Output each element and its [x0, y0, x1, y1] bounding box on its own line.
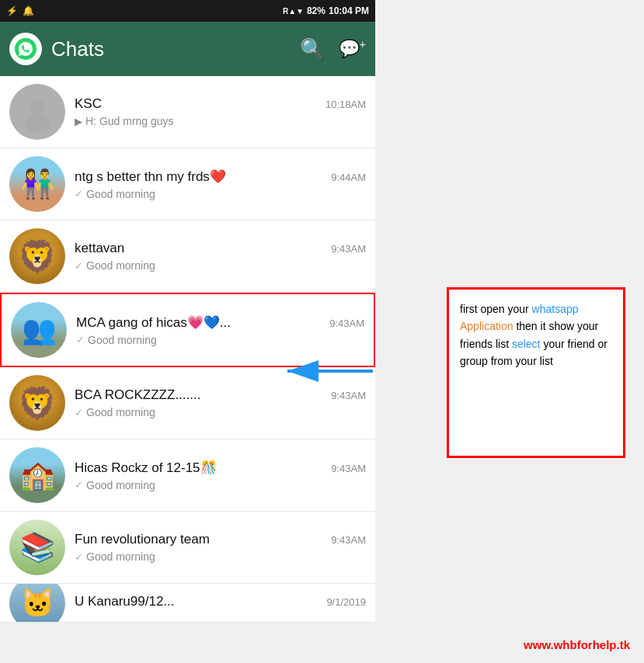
time-text: 10:04 PM: [329, 5, 369, 16]
chat-time-mca-gang: 9:43AM: [329, 318, 364, 329]
chat-item-bca-rockz[interactable]: BCA ROCKZZZZ....... 9:43AM ✓ Good mornin…: [0, 367, 375, 439]
check-icon-ntg: ✓: [75, 188, 83, 200]
check-icon-fun-revolutionary: ✓: [75, 551, 83, 563]
chat-content-hicas-rockz: Hicas Rockz of 12-15🎊 9:43AM ✓ Good morn…: [75, 460, 366, 491]
avatar-kettavan: [9, 228, 65, 284]
chat-top-row-ntg: ntg s better thn my frds❤️ 9:44AM: [75, 168, 366, 185]
chat-content-ntg: ntg s better thn my frds❤️ 9:44AM ✓ Good…: [75, 168, 366, 200]
website-text: www.whbforhelp.tk: [524, 638, 630, 652]
chat-item-ksc[interactable]: KSC 10:18AM ▶ H: Gud mrng guys: [0, 76, 375, 148]
annotation-select: select: [512, 338, 543, 350]
chat-item-u-kanaru[interactable]: U Kanaru99/12... 9/1/2019: [0, 584, 375, 623]
chat-content-bca-rockz: BCA ROCKZZZZ....... 9:43AM ✓ Good mornin…: [75, 387, 366, 418]
chat-preview-fun-revolutionary: ✓ Good morning: [75, 550, 366, 563]
chat-preview-ksc: ▶ H: Gud mrng guys: [75, 115, 366, 127]
chat-time-bca-rockz: 9:43AM: [331, 390, 366, 401]
chat-time-hicas-rockz: 9:43AM: [331, 463, 366, 474]
chat-time-ksc: 10:18AM: [325, 99, 366, 110]
preview-text-bca-rockz: Good morning: [86, 406, 155, 418]
chat-top-row-mca-gang: MCA gang of hicas💗💙... 9:43AM: [76, 314, 364, 331]
chat-preview-mca-gang: ✓ Good morning: [76, 334, 364, 346]
chat-content-fun-revolutionary: Fun revolutionary team 9:43AM ✓ Good mor…: [75, 532, 366, 563]
check-icon-hicas-rockz: ✓: [75, 479, 83, 491]
battery-text: 82%: [307, 5, 325, 16]
avatar-bca-rockz: [9, 375, 65, 431]
chat-preview-ntg: ✓ Good morning: [75, 188, 366, 200]
chat-content-mca-gang: MCA gang of hicas💗💙... 9:43AM ✓ Good mor…: [76, 314, 364, 346]
chat-top-row-fun-revolutionary: Fun revolutionary team 9:43AM: [75, 532, 366, 547]
chat-name-hicas-rockz: Hicas Rockz of 12-15🎊: [75, 460, 217, 476]
avatar-ntg: [9, 156, 65, 212]
chat-item-ntg[interactable]: ntg s better thn my frds❤️ 9:44AM ✓ Good…: [0, 148, 375, 220]
chat-name-u-kanaru: U Kanaru99/12...: [75, 594, 175, 609]
check-icon-bca-rockz: ✓: [75, 407, 83, 418]
chat-top-row-ksc: KSC 10:18AM: [75, 96, 366, 112]
chat-item-fun-revolutionary[interactable]: Fun revolutionary team 9:43AM ✓ Good mor…: [0, 512, 375, 584]
chat-name-bca-rockz: BCA ROCKZZZZ.......: [75, 387, 200, 403]
preview-text-kettavan: Good morning: [86, 259, 155, 272]
chat-preview-bca-rockz: ✓ Good morning: [75, 406, 366, 418]
annotation-application: Application: [460, 320, 516, 332]
avatar-u-kanaru: [9, 584, 65, 623]
chat-name-fun-revolutionary: Fun revolutionary team: [75, 532, 210, 547]
svg-point-1: [30, 99, 45, 114]
chat-content-kettavan: kettavan 9:43AM ✓ Good morning: [75, 241, 366, 272]
chat-item-kettavan[interactable]: kettavan 9:43AM ✓ Good morning: [0, 220, 375, 293]
avatar-mca-gang: [11, 302, 67, 358]
preview-text-mca-gang: Good morning: [88, 334, 157, 346]
preview-text-hicas-rockz: Good morning: [86, 479, 155, 491]
chat-top-row-u-kanaru: U Kanaru99/12... 9/1/2019: [75, 594, 366, 609]
chat-time-ntg: 9:44AM: [331, 172, 366, 183]
chat-content-u-kanaru: U Kanaru99/12... 9/1/2019: [75, 594, 366, 613]
website-url: www.whbforhelp.tk: [524, 638, 630, 651]
usb-icon: ⚡: [6, 5, 18, 16]
status-left-icons: ⚡ 🔔: [6, 5, 34, 16]
chat-content-ksc: KSC 10:18AM ▶ H: Gud mrng guys: [75, 96, 366, 127]
whatsapp-logo: [9, 33, 42, 65]
signal-icon: R▲▼: [283, 7, 304, 16]
chat-time-u-kanaru: 9/1/2019: [326, 596, 366, 608]
avatar-fun-revolutionary: [9, 519, 65, 575]
chat-list: KSC 10:18AM ▶ H: Gud mrng guys ntg s bet…: [0, 76, 375, 623]
status-right-info: R▲▼ 82% 10:04 PM: [283, 5, 369, 16]
status-bar: ⚡ 🔔 R▲▼ 82% 10:04 PM: [0, 0, 375, 22]
chat-item-hicas-rockz[interactable]: Hicas Rockz of 12-15🎊 9:43AM ✓ Good morn…: [0, 439, 375, 512]
app-header: Chats 🔍 💬+: [0, 22, 375, 76]
chat-name-mca-gang: MCA gang of hicas💗💙...: [76, 314, 231, 331]
avatar-hicas-rockz: [9, 447, 65, 503]
chat-top-row-kettavan: kettavan 9:43AM: [75, 241, 366, 256]
play-icon-ksc: ▶: [75, 116, 82, 127]
search-icon[interactable]: 🔍: [300, 37, 325, 61]
chat-top-row-hicas-rockz: Hicas Rockz of 12-15🎊 9:43AM: [75, 460, 366, 476]
chat-time-kettavan: 9:43AM: [331, 243, 366, 255]
chat-name-ntg: ntg s better thn my frds❤️: [75, 168, 226, 185]
avatar-ksc: [9, 84, 65, 140]
app-title: Chats: [51, 37, 291, 61]
header-icons: 🔍 💬+: [300, 37, 366, 61]
chat-preview-kettavan: ✓ Good morning: [75, 259, 366, 272]
annotation-line1: first open your: [460, 303, 532, 315]
svg-point-2: [25, 114, 50, 131]
chat-name-kettavan: kettavan: [75, 241, 124, 256]
chat-time-fun-revolutionary: 9:43AM: [331, 534, 366, 546]
avatar-placeholder-ksc: [9, 84, 65, 140]
chat-item-mca-gang[interactable]: MCA gang of hicas💗💙... 9:43AM ✓ Good mor…: [0, 293, 375, 367]
notification-icon: 🔔: [23, 5, 34, 16]
check-icon-mca-gang: ✓: [76, 334, 85, 345]
red-box-annotation: first open your whatsapp Application the…: [447, 287, 625, 458]
preview-text-fun-revolutionary: Good morning: [86, 550, 155, 563]
preview-text-ntg: Good morning: [86, 188, 155, 200]
annotation-whatsapp: whatsapp: [532, 303, 579, 315]
chat-preview-hicas-rockz: ✓ Good morning: [75, 479, 366, 491]
chat-name-ksc: KSC: [75, 96, 102, 112]
preview-text-ksc: H: Gud mrng guys: [85, 115, 174, 127]
check-icon-kettavan: ✓: [75, 260, 83, 272]
new-chat-icon[interactable]: 💬+: [339, 38, 366, 59]
chat-top-row-bca-rockz: BCA ROCKZZZZ....... 9:43AM: [75, 387, 366, 403]
